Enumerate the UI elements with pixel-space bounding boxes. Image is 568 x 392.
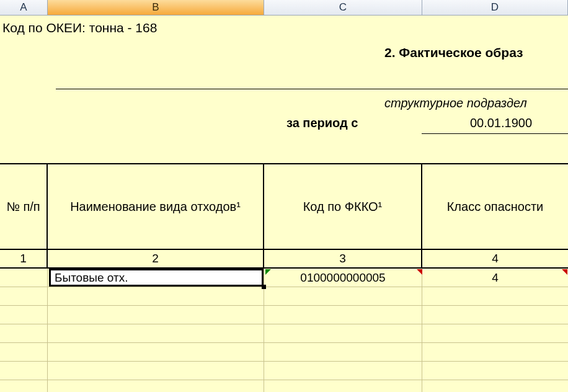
cell-d[interactable] — [422, 362, 568, 380]
data-rows: 0100000000005 4 — [0, 269, 568, 392]
period-label: за период с — [286, 116, 358, 130]
section-title: 2. Фактическое образ — [384, 45, 523, 60]
cell-a[interactable] — [0, 287, 48, 305]
error-indicator-icon[interactable] — [265, 269, 271, 275]
cell-d[interactable] — [422, 287, 568, 305]
comment-indicator-icon[interactable] — [417, 269, 422, 275]
table-row[interactable] — [0, 324, 568, 343]
column-header-bar: A B C D — [0, 0, 568, 16]
cell-c[interactable]: 0100000000005 — [264, 269, 422, 287]
cell-a[interactable] — [0, 306, 48, 324]
cell-c[interactable] — [264, 287, 422, 305]
date-underline — [422, 133, 568, 134]
worksheet-area[interactable]: Код по ОКЕИ: тонна - 168 2. Фактическое … — [0, 16, 568, 392]
cell-a[interactable] — [0, 343, 48, 361]
th-number: № п/п — [0, 164, 48, 249]
okei-label: Код по ОКЕИ: тонна - 168 — [2, 20, 157, 35]
fill-handle[interactable] — [262, 285, 266, 289]
col-header-d[interactable]: D — [422, 0, 568, 15]
cell-c[interactable] — [264, 306, 422, 324]
cell-b[interactable] — [48, 287, 264, 305]
cell-a[interactable] — [0, 362, 48, 380]
cell-b[interactable] — [48, 343, 264, 361]
table-row[interactable] — [0, 343, 568, 362]
cell-d[interactable] — [422, 324, 568, 342]
cell-d[interactable]: 4 — [422, 269, 568, 287]
cell-d[interactable] — [422, 380, 568, 392]
colnum-2: 2 — [48, 250, 264, 267]
colnum-4: 4 — [422, 250, 568, 267]
period-date-value[interactable]: 00.01.1900 — [451, 116, 551, 130]
cell-b[interactable] — [48, 306, 264, 324]
th-hazard-class: Класс опасности — [422, 164, 568, 249]
cell-c[interactable] — [264, 343, 422, 361]
th-fkko-code: Код по ФККО¹ — [264, 164, 422, 249]
cell-a[interactable] — [0, 380, 48, 392]
table-header-row: № п/п Наименование вида отходов¹ Код по … — [0, 163, 568, 250]
cell-d[interactable] — [422, 306, 568, 324]
table-row[interactable] — [0, 362, 568, 380]
cell-a[interactable] — [0, 269, 48, 287]
col-header-a[interactable]: A — [0, 0, 48, 15]
cell-b[interactable] — [48, 362, 264, 380]
col-header-b[interactable]: B — [48, 0, 264, 15]
cell-c[interactable] — [264, 324, 422, 342]
colnum-3: 3 — [264, 250, 422, 267]
th-waste-name: Наименование вида отходов¹ — [48, 164, 264, 249]
cell-a[interactable] — [0, 324, 48, 342]
cell-c[interactable] — [264, 380, 422, 392]
column-number-row: 1 2 3 4 — [0, 250, 568, 269]
cell-c[interactable] — [264, 362, 422, 380]
divider-line — [56, 89, 568, 89]
cell-b[interactable] — [48, 380, 264, 392]
col-header-c[interactable]: C — [264, 0, 422, 15]
table-row[interactable] — [0, 287, 568, 306]
active-cell[interactable]: Бытовые отх. — [49, 269, 264, 287]
subdivision-label: структурное подраздел — [384, 96, 527, 110]
table-row[interactable] — [0, 380, 568, 392]
table-row[interactable] — [0, 306, 568, 324]
cell-b[interactable] — [48, 324, 264, 342]
cell-d[interactable] — [422, 343, 568, 361]
colnum-1: 1 — [0, 250, 48, 267]
comment-indicator-icon[interactable] — [562, 269, 567, 275]
